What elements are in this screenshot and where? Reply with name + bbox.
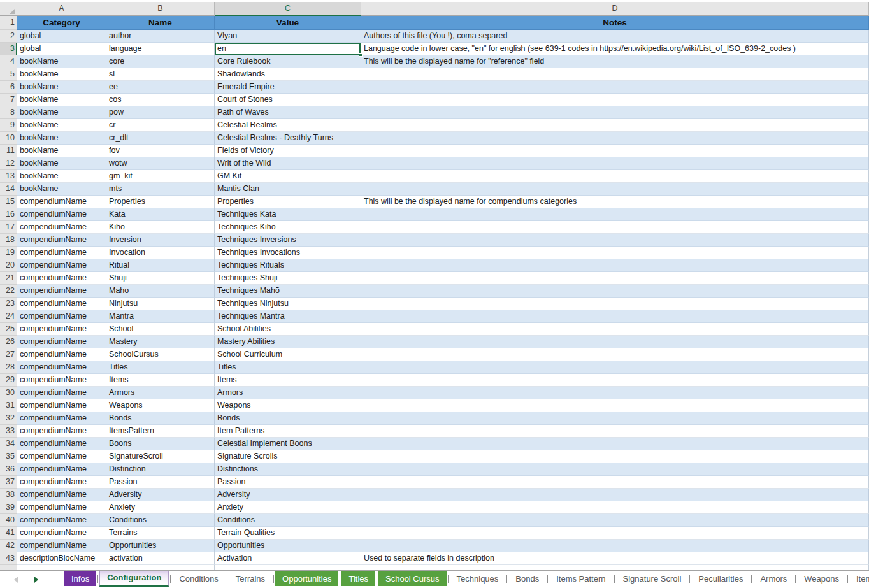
cell-B41[interactable]: Terrains — [106, 527, 215, 540]
cell-B38[interactable]: Adversity — [106, 489, 215, 501]
row-header-38[interactable]: 38 — [0, 489, 17, 501]
cell-C30[interactable]: Armors — [215, 387, 361, 399]
row-header-4[interactable]: 4 — [0, 55, 17, 68]
row-header-43[interactable]: 43 — [0, 552, 17, 565]
cell-D37[interactable] — [361, 476, 869, 489]
cell-D10[interactable] — [361, 132, 869, 145]
cell-D20[interactable] — [361, 259, 869, 272]
cell-A9[interactable]: bookName — [17, 119, 106, 132]
cell-A21[interactable]: compendiumName — [17, 272, 106, 285]
sheet-tab-weapons[interactable]: Weapons — [797, 571, 846, 586]
cell-A25[interactable]: compendiumName — [17, 323, 106, 336]
cell-A19[interactable]: compendiumName — [17, 247, 106, 259]
cell-D41[interactable] — [361, 527, 869, 540]
cell-C44[interactable] — [215, 565, 361, 570]
row-header-22[interactable]: 22 — [0, 285, 17, 298]
cell-B43[interactable]: activation — [106, 552, 215, 565]
row-header-37[interactable]: 37 — [0, 476, 17, 489]
sheet-tab-school-cursus[interactable]: School Cursus — [378, 571, 447, 586]
cell-D14[interactable] — [361, 183, 869, 196]
cell-C6[interactable]: Emerald Empire — [215, 81, 361, 94]
cell-C10[interactable]: Celestial Realms - Deathly Turns — [215, 132, 361, 145]
cell-A43[interactable]: descriptionBlocName — [17, 552, 106, 565]
cell-B13[interactable]: gm_kit — [106, 170, 215, 183]
cell-D16[interactable] — [361, 208, 869, 221]
cell-A20[interactable]: compendiumName — [17, 259, 106, 272]
cell-A41[interactable]: compendiumName — [17, 527, 106, 540]
cell-C32[interactable]: Bonds — [215, 412, 361, 425]
cell-B25[interactable]: School — [106, 323, 215, 336]
sheet-tab-items[interactable]: Items — [849, 571, 869, 586]
cell-A39[interactable]: compendiumName — [17, 501, 106, 514]
cell-A2[interactable]: global — [17, 30, 106, 43]
row-header-30[interactable]: 30 — [0, 387, 17, 399]
cell-D27[interactable] — [361, 348, 869, 361]
cell-B8[interactable]: pow — [106, 106, 215, 119]
cell-D21[interactable] — [361, 272, 869, 285]
cell-C21[interactable]: Techniques Shuji — [215, 272, 361, 285]
cell-B28[interactable]: Titles — [106, 361, 215, 374]
row-header-44[interactable] — [0, 565, 17, 570]
sheet-tab-titles[interactable]: Titles — [341, 571, 375, 586]
cell-B19[interactable]: Invocation — [106, 247, 215, 259]
sheet-tab-infos[interactable]: Infos — [64, 571, 96, 586]
cell-A3[interactable]: global — [17, 43, 106, 55]
cell-D43[interactable]: Used to separate fields in description — [361, 552, 869, 565]
sheet-tab-signature-scroll[interactable]: Signature Scroll — [616, 571, 689, 586]
cell-B5[interactable]: sl — [106, 68, 215, 81]
cell-B23[interactable]: Ninjutsu — [106, 298, 215, 310]
cell-A37[interactable]: compendiumName — [17, 476, 106, 489]
cell-D11[interactable] — [361, 145, 869, 157]
cell-B40[interactable]: Conditions — [106, 514, 215, 527]
row-header-39[interactable]: 39 — [0, 501, 17, 514]
cell-A36[interactable]: compendiumName — [17, 463, 106, 476]
cell-B2[interactable]: author — [106, 30, 215, 43]
column-header-A[interactable]: A — [17, 2, 106, 16]
cell-D2[interactable]: Authors of this file (You !), coma separ… — [361, 30, 869, 43]
row-header-29[interactable]: 29 — [0, 374, 17, 387]
cell-A8[interactable]: bookName — [17, 106, 106, 119]
cell-B34[interactable]: Boons — [106, 438, 215, 450]
cell-D44[interactable] — [361, 565, 869, 570]
cell-A33[interactable]: compendiumName — [17, 425, 106, 438]
cell-C34[interactable]: Celestial Implement Boons — [215, 438, 361, 450]
cell-C3[interactable]: en — [215, 43, 361, 55]
cell-C27[interactable]: School Curriculum — [215, 348, 361, 361]
cell-B21[interactable]: Shuji — [106, 272, 215, 285]
cell-B16[interactable]: Kata — [106, 208, 215, 221]
row-header-42[interactable]: 42 — [0, 540, 17, 552]
cell-B1[interactable]: Name — [106, 16, 215, 30]
cell-C36[interactable]: Distinctions — [215, 463, 361, 476]
cell-D28[interactable] — [361, 361, 869, 374]
cell-A5[interactable]: bookName — [17, 68, 106, 81]
cell-D25[interactable] — [361, 323, 869, 336]
cell-B37[interactable]: Passion — [106, 476, 215, 489]
cell-D34[interactable] — [361, 438, 869, 450]
sheet-tab-bonds[interactable]: Bonds — [508, 571, 546, 586]
cell-D6[interactable] — [361, 81, 869, 94]
cell-D22[interactable] — [361, 285, 869, 298]
sheet-tab-techniques[interactable]: Techniques — [450, 571, 506, 586]
row-header-13[interactable]: 13 — [0, 170, 17, 183]
cell-B26[interactable]: Mastery — [106, 336, 215, 348]
column-header-B[interactable]: B — [106, 2, 215, 16]
row-header-20[interactable]: 20 — [0, 259, 17, 272]
row-header-41[interactable]: 41 — [0, 527, 17, 540]
cell-B12[interactable]: wotw — [106, 157, 215, 170]
cell-A42[interactable]: compendiumName — [17, 540, 106, 552]
row-header-9[interactable]: 9 — [0, 119, 17, 132]
cell-B24[interactable]: Mantra — [106, 310, 215, 323]
cell-A15[interactable]: compendiumName — [17, 196, 106, 208]
cell-C40[interactable]: Conditions — [215, 514, 361, 527]
sheet-tab-items-pattern[interactable]: Items Pattern — [549, 571, 612, 586]
row-header-35[interactable]: 35 — [0, 450, 17, 463]
cell-A34[interactable]: compendiumName — [17, 438, 106, 450]
cell-B3[interactable]: language — [106, 43, 215, 55]
cell-A10[interactable]: bookName — [17, 132, 106, 145]
tab-scroll-left-icon[interactable] — [14, 577, 18, 583]
row-header-3[interactable]: 3 — [0, 43, 17, 55]
cell-B33[interactable]: ItemsPattern — [106, 425, 215, 438]
cell-D12[interactable] — [361, 157, 869, 170]
cell-A4[interactable]: bookName — [17, 55, 106, 68]
cell-B27[interactable]: SchoolCursus — [106, 348, 215, 361]
